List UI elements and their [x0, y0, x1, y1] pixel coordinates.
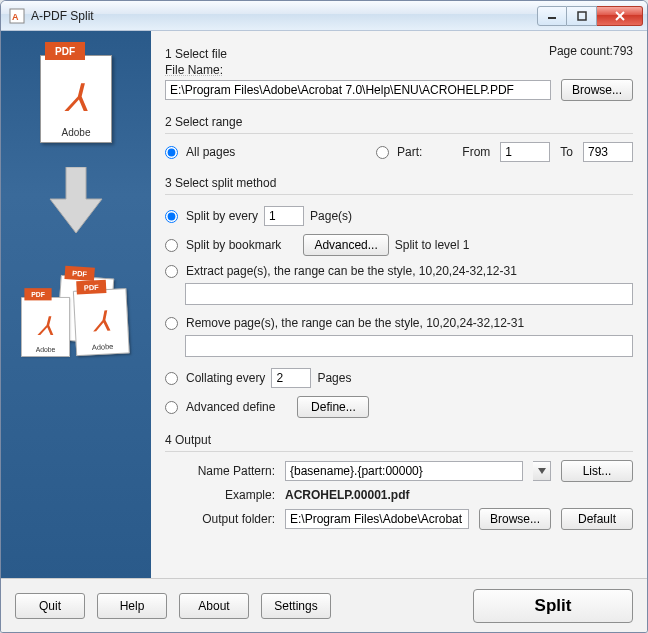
bookmark-level-label: Split to level 1	[395, 238, 470, 252]
divider	[165, 451, 633, 452]
pdf-output-icon: PDF⅄Ad PDF⅄Adobe PDF⅄Adobe	[21, 261, 131, 371]
quit-button[interactable]: Quit	[15, 593, 85, 619]
radio-all-pages[interactable]: All pages	[165, 142, 235, 162]
adobe-glyph-icon: ⅄	[51, 76, 101, 120]
radio-collating-input[interactable]	[165, 372, 178, 385]
radio-bookmark[interactable]: Split by bookmark Advanced... Split to l…	[165, 231, 633, 259]
radio-extract-input[interactable]	[165, 265, 178, 278]
define-button[interactable]: Define...	[297, 396, 369, 418]
radio-part[interactable]: Part:	[376, 142, 422, 162]
arrow-down-icon	[46, 167, 106, 237]
output-folder-input[interactable]	[285, 509, 469, 529]
divider	[165, 133, 633, 134]
main-form: 1 Select file Page count:793 File Name: …	[151, 31, 647, 578]
pattern-label: Name Pattern:	[165, 464, 275, 478]
pdf-source-icon: PDF ⅄ Adobe	[40, 55, 112, 143]
section-1-head: 1 Select file	[165, 47, 227, 61]
radio-remove[interactable]: Remove page(s), the range can be the sty…	[165, 313, 633, 333]
folder-label: Output folder:	[165, 512, 275, 526]
browse-folder-button[interactable]: Browse...	[479, 508, 551, 530]
remove-range-input[interactable]	[185, 335, 633, 357]
maximize-button[interactable]	[567, 6, 597, 26]
radio-all-pages-input[interactable]	[165, 146, 178, 159]
example-value: ACROHELP.00001.pdf	[285, 488, 633, 502]
split-button[interactable]: Split	[473, 589, 633, 623]
sidebar-illustration: PDF ⅄ Adobe PDF⅄Ad PDF⅄Adobe PDF⅄Adobe	[1, 31, 151, 578]
about-button[interactable]: About	[179, 593, 249, 619]
radio-split-every-input[interactable]	[165, 210, 178, 223]
radio-remove-input[interactable]	[165, 317, 178, 330]
list-button[interactable]: List...	[561, 460, 633, 482]
footer: Quit Help About Settings Split	[1, 578, 647, 632]
window-title: A-PDF Split	[31, 9, 537, 23]
file-name-input[interactable]	[165, 80, 551, 100]
radio-collating[interactable]: Collating every Pages	[165, 365, 633, 391]
svg-rect-3	[578, 12, 586, 20]
body: PDF ⅄ Adobe PDF⅄Ad PDF⅄Adobe PDF⅄Adobe 1…	[1, 31, 647, 578]
extract-range-input[interactable]	[185, 283, 633, 305]
help-button[interactable]: Help	[97, 593, 167, 619]
maximize-icon	[577, 11, 587, 21]
settings-button[interactable]: Settings	[261, 593, 331, 619]
collating-value[interactable]	[271, 368, 311, 388]
radio-extract[interactable]: Extract page(s), the range can be the st…	[165, 261, 633, 281]
divider	[165, 194, 633, 195]
chevron-down-icon[interactable]	[533, 461, 551, 481]
section-3-head: 3 Select split method	[165, 176, 633, 190]
app-window: A A-PDF Split PDF ⅄ Adobe	[0, 0, 648, 633]
radio-bookmark-input[interactable]	[165, 239, 178, 252]
to-label: To	[560, 145, 573, 159]
window-controls	[537, 6, 643, 26]
from-input[interactable]	[500, 142, 550, 162]
to-input[interactable]	[583, 142, 633, 162]
split-every-value[interactable]	[264, 206, 304, 226]
default-folder-button[interactable]: Default	[561, 508, 633, 530]
svg-text:A: A	[12, 12, 19, 22]
titlebar: A A-PDF Split	[1, 1, 647, 31]
bookmark-advanced-button[interactable]: Advanced...	[303, 234, 388, 256]
file-name-label: File Name:	[165, 63, 633, 77]
example-label: Example:	[165, 488, 275, 502]
pattern-combo[interactable]	[285, 461, 523, 481]
section-4-head: 4 Output	[165, 433, 633, 447]
close-icon	[614, 11, 626, 21]
minimize-button[interactable]	[537, 6, 567, 26]
from-label: From	[462, 145, 490, 159]
pdf-badge: PDF	[45, 42, 85, 60]
browse-file-button[interactable]: Browse...	[561, 79, 633, 101]
radio-part-input[interactable]	[376, 146, 389, 159]
radio-advanced-define[interactable]: Advanced define Define...	[165, 393, 633, 421]
adobe-label: Adobe	[41, 127, 111, 138]
close-button[interactable]	[597, 6, 643, 26]
minimize-icon	[547, 11, 557, 21]
section-2-head: 2 Select range	[165, 115, 633, 129]
radio-advanced-define-input[interactable]	[165, 401, 178, 414]
radio-split-every[interactable]: Split by every Page(s)	[165, 203, 633, 229]
app-icon: A	[9, 8, 25, 24]
page-count: Page count:793	[549, 44, 633, 58]
